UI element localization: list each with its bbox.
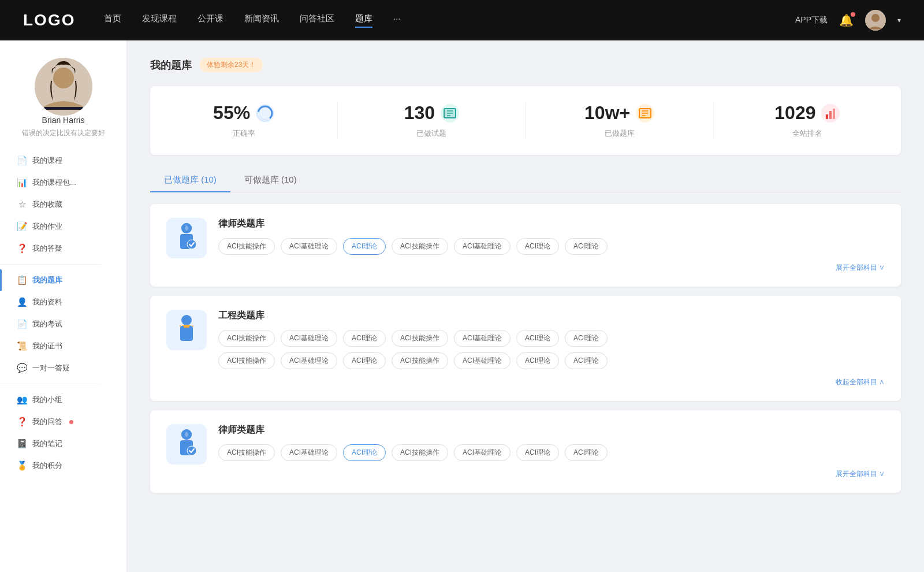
sidebar-item-2[interactable]: ☆ 我的收藏 (0, 194, 126, 216)
nav-link-qa[interactable]: 问答社区 (300, 13, 334, 28)
sidebar-item-4[interactable]: ❓ 我的答疑 (0, 237, 126, 259)
sidebar-item-3[interactable]: 📝 我的作业 (0, 216, 126, 237)
sidebar-dot-11 (69, 420, 73, 424)
sidebar-item-8[interactable]: 📜 我的证书 (0, 335, 126, 357)
sidebar-item-6[interactable]: 👤 我的资料 (0, 291, 126, 313)
tag-1-3[interactable]: ACI技能操作 (392, 330, 448, 347)
tag-2-2[interactable]: ACI理论 (343, 444, 386, 461)
sidebar-item-5[interactable]: 📋 我的题库 (0, 269, 126, 291)
user-menu-chevron[interactable]: ▾ (897, 16, 901, 24)
nav-link-courses[interactable]: 发现课程 (142, 13, 177, 28)
qbank-card-2: 律师类题库 ACI技能操作 ACI基础理论 ACI理论 ACI技能操作 ACI基… (150, 410, 901, 493)
expand-btn-0[interactable]: 展开全部科目 ∨ (836, 263, 885, 273)
tab-1[interactable]: 可做题库 (10) (230, 169, 311, 192)
lawyer-icon (172, 429, 201, 460)
svg-rect-17 (829, 111, 832, 119)
sidebar-label-8: 我的证书 (32, 341, 62, 351)
nav-link-opencourse[interactable]: 公开课 (198, 13, 223, 28)
tag-0-2[interactable]: ACI理论 (343, 238, 386, 255)
qbank-icon-wrap-1 (166, 310, 207, 350)
tags-row1-2: ACI技能操作 ACI基础理论 ACI理论 ACI技能操作 ACI基础理论 AC… (218, 444, 885, 461)
stat-item-2: 10w+ 已做题库 (526, 102, 714, 139)
tag-0-6[interactable]: ACI理论 (565, 238, 608, 255)
sidebar-icon-1: 📊 (17, 178, 27, 187)
lawyer-icon (172, 222, 201, 254)
tag-1-5[interactable]: ACI理论 (516, 352, 559, 369)
sidebar-icon-8: 📜 (17, 341, 27, 351)
sidebar-icon-4: ❓ (17, 244, 27, 253)
nav-link-home[interactable]: 首页 (104, 13, 121, 28)
tag-2-1[interactable]: ACI基础理论 (281, 444, 337, 461)
tag-2-5[interactable]: ACI理论 (516, 444, 559, 461)
sidebar-item-7[interactable]: 📄 我的考试 (0, 313, 126, 335)
sidebar-item-11[interactable]: ❓ 我的问答 (0, 411, 126, 433)
sidebar-item-10[interactable]: 👥 我的小组 (0, 389, 126, 411)
qbank-list: 律师类题库 ACI技能操作 ACI基础理论 ACI理论 ACI技能操作 ACI基… (150, 204, 901, 493)
tab-0[interactable]: 已做题库 (10) (150, 169, 230, 192)
sidebar-menu: 📄 我的课程 📊 我的课程包... ☆ 我的收藏 📝 我的作业 ❓ 我的答疑 📋… (0, 150, 126, 477)
tag-1-2[interactable]: ACI理论 (343, 352, 386, 369)
qbank-name-0: 律师类题库 (218, 218, 885, 230)
tag-1-6[interactable]: ACI理论 (565, 330, 608, 347)
tag-0-4[interactable]: ACI基础理论 (454, 238, 511, 255)
tag-2-4[interactable]: ACI基础理论 (454, 444, 511, 461)
nav-link-qbank[interactable]: 题库 (355, 13, 372, 28)
collapse-btn-1[interactable]: 收起全部科目 ∧ (836, 377, 885, 387)
stat-label-1: 已做试题 (416, 128, 446, 139)
tag-1-4[interactable]: ACI基础理论 (454, 330, 511, 347)
tag-1-4[interactable]: ACI基础理论 (454, 352, 511, 369)
expand-btn-2[interactable]: 展开全部科目 ∨ (836, 469, 885, 479)
user-avatar[interactable] (865, 10, 886, 31)
sidebar: Brian Harris 错误的决定比没有决定要好 📄 我的课程 📊 我的课程包… (0, 40, 127, 572)
tag-1-1[interactable]: ACI基础理论 (281, 352, 337, 369)
sidebar-label-11: 我的问答 (32, 417, 62, 427)
tag-1-2[interactable]: ACI理论 (343, 330, 386, 347)
stat-label-3: 全站排名 (792, 128, 822, 139)
qbank-icon-wrap-2 (166, 424, 207, 465)
tag-1-0[interactable]: ACI技能操作 (218, 330, 275, 347)
sidebar-icon-5: 📋 (17, 276, 27, 285)
sidebar-label-0: 我的课程 (32, 155, 62, 166)
stat-value-0: 55% (213, 102, 250, 124)
tag-1-1[interactable]: ACI基础理论 (281, 330, 337, 347)
nav-link-news[interactable]: 新闻资讯 (244, 13, 279, 28)
sidebar-label-9: 一对一答疑 (32, 363, 70, 373)
notification-bell[interactable]: 🔔 (839, 13, 854, 27)
tag-1-3[interactable]: ACI技能操作 (392, 352, 448, 369)
sidebar-item-9[interactable]: 💬 一对一答疑 (0, 357, 126, 379)
tag-1-0[interactable]: ACI技能操作 (218, 352, 275, 369)
nav-link-more[interactable]: ··· (393, 13, 401, 28)
sidebar-label-1: 我的课程包... (32, 177, 76, 188)
sidebar-label-13: 我的积分 (32, 460, 62, 471)
stat-label-0: 正确率 (233, 128, 255, 139)
sidebar-item-0[interactable]: 📄 我的课程 (0, 150, 126, 172)
tag-2-0[interactable]: ACI技能操作 (218, 444, 275, 461)
tag-0-0[interactable]: ACI技能操作 (218, 238, 275, 255)
tag-2-6[interactable]: ACI理论 (565, 444, 608, 461)
qbank-card-0: 律师类题库 ACI技能操作 ACI基础理论 ACI理论 ACI技能操作 ACI基… (150, 204, 901, 287)
sidebar-item-1[interactable]: 📊 我的课程包... (0, 172, 126, 194)
sidebar-label-4: 我的答疑 (32, 243, 62, 254)
tags-row1-1: ACI技能操作 ACI基础理论 ACI理论 ACI技能操作 ACI基础理论 AC… (218, 330, 885, 347)
sidebar-icon-13: 🏅 (17, 461, 27, 470)
sidebar-icon-9: 💬 (17, 363, 27, 373)
stat-value-3: 1029 (774, 102, 815, 124)
sidebar-item-13[interactable]: 🏅 我的积分 (0, 455, 126, 477)
tag-1-5[interactable]: ACI理论 (516, 330, 559, 347)
sidebar-icon-10: 👥 (17, 395, 27, 404)
sidebar-label-2: 我的收藏 (32, 199, 62, 210)
svg-rect-24 (180, 326, 193, 341)
qbank-name-1: 工程类题库 (218, 310, 885, 322)
tag-2-3[interactable]: ACI技能操作 (392, 444, 448, 461)
stat-item-1: 130 已做试题 (338, 102, 526, 139)
app-download-button[interactable]: APP下载 (795, 15, 828, 25)
tag-0-5[interactable]: ACI理论 (516, 238, 559, 255)
sidebar-item-12[interactable]: 📓 我的笔记 (0, 433, 126, 455)
sidebar-label-5: 我的题库 (32, 275, 62, 285)
qbank-icon-wrap-0 (166, 218, 207, 258)
tag-0-1[interactable]: ACI基础理论 (281, 238, 337, 255)
qbank-footer-2: 展开全部科目 ∨ (218, 469, 885, 479)
tag-1-6[interactable]: ACI理论 (565, 352, 608, 369)
tag-0-3[interactable]: ACI技能操作 (392, 238, 448, 255)
tabs: 已做题库 (10)可做题库 (10) (150, 169, 901, 192)
